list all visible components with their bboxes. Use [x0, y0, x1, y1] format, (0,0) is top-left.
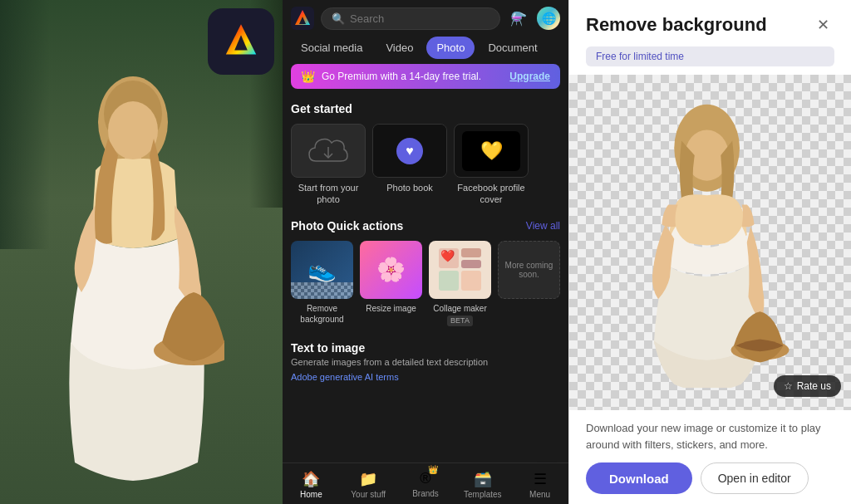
svg-rect-15 [461, 271, 481, 291]
home-icon: 🏠 [302, 470, 320, 488]
star-icon: ☆ [784, 380, 793, 392]
get-started-cards: Start from your photo ♥ Photo book 💛 [291, 124, 560, 206]
flask-icon[interactable]: ⚗️ [507, 7, 530, 30]
qa-card-remove-bg[interactable]: 👟 Remove background [291, 241, 353, 327]
starter-card-facebook-label: Facebook profile cover [454, 182, 529, 206]
right-bottom: Download your new image or customize it … [569, 410, 851, 504]
get-started-title: Get started [291, 102, 560, 115]
search-bar[interactable]: 🔍 [321, 7, 500, 30]
starter-card-photobook-label: Photo book [372, 182, 447, 193]
menu-icon: ☰ [534, 470, 547, 488]
right-panel-title: Remove background [586, 14, 767, 36]
tab-photo[interactable]: Photo [426, 37, 475, 59]
tti-description: Generate images from a detailed text des… [291, 357, 560, 367]
your-stuff-label: Your stuff [351, 490, 386, 499]
tab-video[interactable]: Video [376, 37, 423, 59]
qa-resize-thumb: 🌸 [360, 241, 422, 299]
tab-social-media[interactable]: Social media [291, 37, 372, 59]
beta-badge: BETA [447, 316, 473, 327]
right-panel: Remove background ✕ Free for limited tim… [568, 0, 851, 504]
user-avatar[interactable]: 🌐 [537, 7, 560, 30]
qa-remove-bg-label: Remove background [291, 303, 353, 325]
starter-card-photo[interactable]: Start from your photo [291, 124, 366, 206]
upgrade-link[interactable]: Upgrade [509, 71, 550, 82]
download-button[interactable]: Download [586, 462, 692, 494]
starter-card-facebook[interactable]: 💛 Facebook profile cover [454, 124, 529, 206]
svg-rect-13 [461, 260, 481, 268]
free-badge: Free for limited time [586, 46, 834, 66]
middle-content: Get started Start from your photo [283, 94, 568, 462]
starter-card-photo-label: Start from your photo [291, 182, 366, 206]
bottom-nav-templates[interactable]: 🗃️ Templates [454, 468, 511, 501]
quick-actions-grid: 👟 Remove background 🌸 Resize image [291, 241, 560, 327]
middle-panel: 🔍 ⚗️ 🌐 Social media Video Photo Document… [283, 0, 568, 504]
qa-remove-bg-thumb: 👟 [291, 241, 353, 299]
qa-collage-thumb: ❤️ [429, 241, 491, 299]
tab-document[interactable]: Document [478, 37, 547, 59]
qa-card-collage[interactable]: ❤️ Collage maker BETA [429, 241, 491, 327]
templates-icon: 🗃️ [474, 470, 492, 488]
nav-tabs: Social media Video Photo Document [283, 37, 568, 59]
crown-icon: 👑 [301, 70, 315, 83]
photo-backdrop [0, 0, 283, 504]
brands-icon: ® 👑 [420, 470, 430, 487]
shoe-icon: 👟 [307, 256, 337, 283]
flower-icon: 🌸 [376, 256, 406, 283]
tree-left [0, 0, 50, 249]
starter-card-photo-thumb [291, 124, 366, 178]
close-button[interactable]: ✕ [811, 13, 834, 37]
bottom-nav: 🏠 Home 📁 Your stuff ® 👑 Brands 🗃️ Templa… [283, 462, 568, 504]
adobe-logo-svg [219, 20, 263, 63]
right-description: Download your new image or customize it … [586, 420, 834, 453]
top-bar-icons: ⚗️ 🌐 [507, 7, 560, 30]
qa-card-more: More coming soon. [498, 241, 560, 327]
text-to-image-section: Text to image Generate images from a det… [291, 338, 560, 387]
preview-area: ☆ Rate us [569, 75, 851, 410]
tti-ai-terms-link[interactable]: Adobe generative AI terms [291, 372, 399, 382]
search-input[interactable] [350, 12, 489, 25]
home-label: Home [300, 490, 322, 499]
brands-label: Brands [412, 489, 439, 498]
bottom-nav-brands[interactable]: ® 👑 Brands [397, 468, 455, 501]
top-bar: 🔍 ⚗️ 🌐 [283, 0, 568, 37]
tti-title: Text to image [291, 341, 560, 355]
checkerboard-bg [291, 282, 353, 299]
rate-us-button[interactable]: ☆ Rate us [774, 375, 841, 397]
left-photo-panel [0, 0, 283, 504]
bottom-nav-home[interactable]: 🏠 Home [283, 468, 340, 501]
open-editor-button[interactable]: Open in editor [701, 462, 809, 494]
menu-label: Menu [529, 490, 550, 499]
starter-card-photobook[interactable]: ♥ Photo book [372, 124, 447, 206]
adobe-logo [208, 8, 274, 75]
templates-label: Templates [464, 490, 502, 499]
svg-text:❤️: ❤️ [440, 249, 455, 263]
qa-collage-label: Collage maker BETA [429, 303, 491, 327]
view-all-link[interactable]: View all [526, 220, 560, 232]
qa-more-thumb: More coming soon. [498, 241, 560, 299]
quick-actions-title: Photo Quick actions [291, 219, 403, 232]
qa-resize-label: Resize image [360, 303, 422, 314]
your-stuff-icon: 📁 [359, 470, 377, 488]
quick-actions-header: Photo Quick actions View all [291, 219, 560, 232]
person-silhouette [58, 56, 224, 504]
bottom-nav-your-stuff[interactable]: 📁 Your stuff [340, 468, 397, 501]
qa-card-resize[interactable]: 🌸 Resize image [360, 241, 422, 327]
svg-point-2 [108, 101, 158, 159]
brands-crown-icon: 👑 [428, 465, 438, 474]
rate-us-label: Rate us [797, 380, 831, 392]
svg-rect-14 [439, 271, 459, 291]
right-header: Remove background ✕ [569, 0, 851, 46]
search-icon: 🔍 [332, 12, 345, 25]
premium-text: Go Premium with a 14-day free trial. [322, 71, 503, 82]
starter-card-photobook-thumb: ♥ [372, 124, 447, 178]
more-coming-text: More coming soon. [502, 261, 556, 279]
bottom-nav-menu[interactable]: ☰ Menu [511, 468, 568, 501]
woman-preview [615, 75, 806, 410]
fb-black-bg: 💛 [462, 131, 520, 171]
starter-card-facebook-thumb: 💛 [454, 124, 529, 178]
right-actions: Download Open in editor [586, 462, 834, 494]
adobe-express-icon [291, 7, 314, 30]
svg-rect-12 [461, 248, 481, 257]
premium-banner: 👑 Go Premium with a 14-day free trial. U… [291, 64, 560, 89]
